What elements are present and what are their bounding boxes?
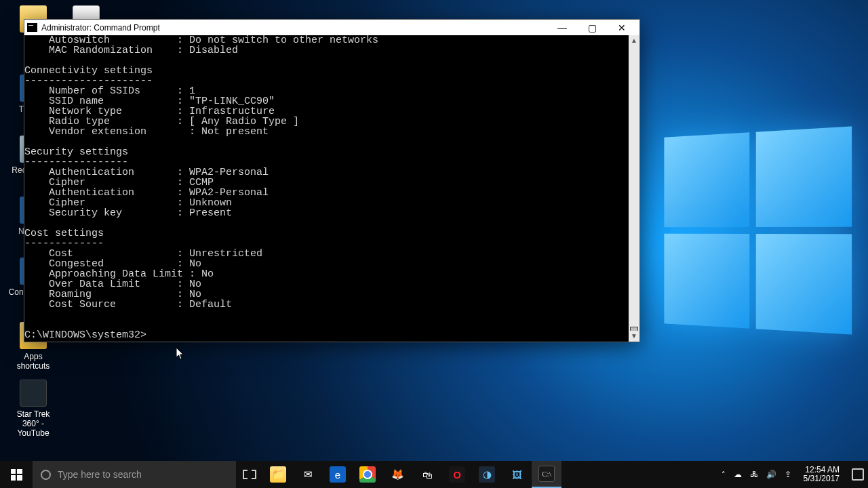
minimize-button[interactable]: — [547, 20, 577, 35]
search-placeholder: Type here to search [58, 469, 142, 480]
volume-icon[interactable]: 🔊 [766, 470, 776, 479]
edge-icon: e [330, 466, 346, 483]
usb-icon[interactable]: ⇪ [785, 470, 791, 479]
taskbar-pinned-apps: 📁✉e🦊🛍O◑🖼C:\ [263, 461, 561, 488]
scrollbar[interactable]: ▲ ▼ [629, 35, 639, 342]
chrome-icon [359, 466, 376, 483]
taskbar-app-steam[interactable]: ◑ [472, 461, 502, 488]
taskbar: Type here to search 📁✉e🦊🛍O◑🖼C:\ ˄ ☁ 🖧 🔊 … [0, 461, 868, 488]
cortana-icon [41, 470, 51, 480]
opera-icon: O [449, 466, 465, 483]
task-view-button[interactable] [236, 461, 263, 488]
file-icon [20, 380, 47, 407]
start-button[interactable] [0, 461, 33, 488]
cmd-icon: C:\ [538, 466, 555, 482]
command-prompt-window: Administrator: Command Prompt — ▢ ✕ Auto… [24, 19, 640, 342]
scroll-down-icon[interactable]: ▼ [629, 331, 639, 342]
clock[interactable]: 12:54 AM 5/31/2017 [800, 466, 844, 483]
titlebar[interactable]: Administrator: Command Prompt — ▢ ✕ [24, 20, 639, 35]
taskbar-app-file-explorer[interactable]: 📁 [263, 461, 293, 488]
window-title: Administrator: Command Prompt [41, 23, 547, 33]
image-viewer-icon: 🖼 [509, 466, 525, 483]
maximize-button[interactable]: ▢ [577, 20, 607, 35]
desktop-icon[interactable]: Star Trek 360° - YouTube [8, 380, 58, 438]
task-view-icon [243, 470, 256, 479]
system-tray[interactable]: ˄ ☁ 🖧 🔊 ⇪ 12:54 AM 5/31/2017 [717, 461, 868, 488]
network-icon[interactable]: 🖧 [750, 470, 758, 479]
action-center-icon[interactable] [852, 468, 864, 481]
taskbar-app-image-viewer[interactable]: 🖼 [502, 461, 532, 488]
scroll-up-icon[interactable]: ▲ [629, 35, 639, 46]
taskbar-app-mail[interactable]: ✉ [293, 461, 323, 488]
taskbar-app-store[interactable]: 🛍 [412, 461, 442, 488]
mail-icon: ✉ [300, 466, 316, 483]
steam-icon: ◑ [479, 466, 495, 483]
firefox-icon: 🦊 [389, 466, 406, 483]
taskbar-app-firefox[interactable]: 🦊 [382, 461, 412, 488]
mouse-cursor-icon [176, 348, 184, 360]
clock-date: 5/31/2017 [804, 474, 840, 483]
store-icon: 🛍 [419, 466, 435, 483]
onedrive-icon[interactable]: ☁ [734, 470, 742, 479]
windows-logo-icon [11, 469, 22, 481]
close-button[interactable]: ✕ [607, 20, 637, 35]
taskbar-app-chrome[interactable] [353, 461, 382, 488]
icon-label: Star Trek 360° - YouTube [8, 409, 58, 438]
cmd-icon [27, 23, 37, 32]
file-explorer-icon: 📁 [270, 466, 286, 483]
taskbar-app-cmd[interactable]: C:\ [532, 461, 561, 488]
terminal-output[interactable]: Autoswitch : Do not switch to other netw… [24, 35, 629, 342]
taskbar-app-edge[interactable]: e [323, 461, 353, 488]
taskbar-app-opera[interactable]: O [442, 461, 472, 488]
icon-label: Apps shortcuts [8, 352, 58, 371]
search-box[interactable]: Type here to search [33, 461, 236, 488]
tray-overflow-icon[interactable]: ˄ [722, 470, 726, 479]
